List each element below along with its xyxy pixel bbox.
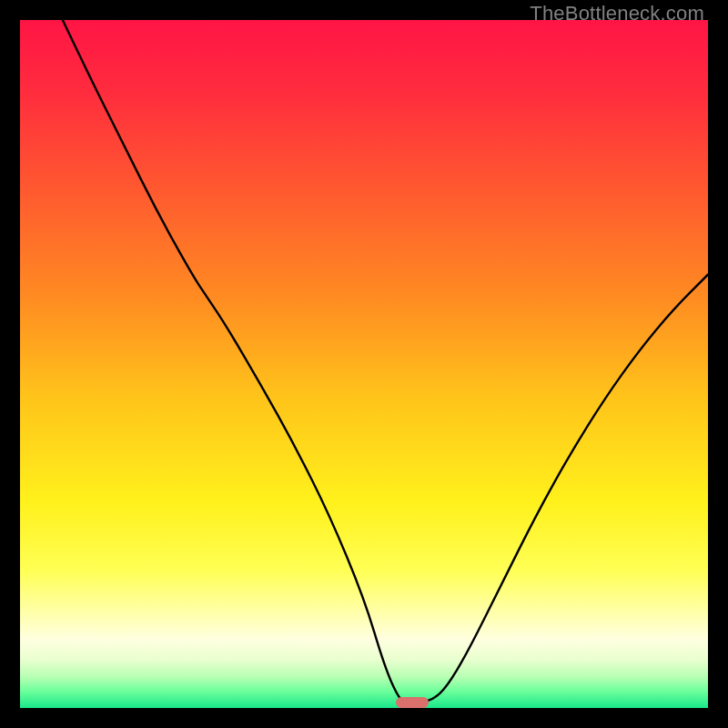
chart-frame (20, 20, 708, 708)
watermark-text: TheBottleneck.com (530, 2, 704, 25)
bottleneck-chart (20, 20, 708, 708)
optimal-marker (396, 697, 429, 708)
gradient-background (20, 20, 708, 708)
